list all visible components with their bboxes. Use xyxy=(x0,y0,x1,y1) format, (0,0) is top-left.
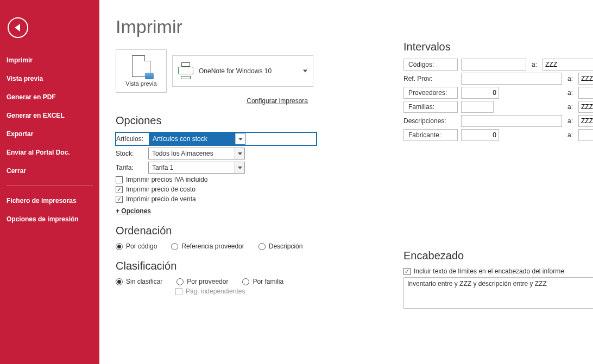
clasificacion-heading: Clasificación xyxy=(116,260,317,272)
page-title: Imprimir xyxy=(116,16,317,37)
back-button[interactable] xyxy=(8,17,28,38)
radio-ref-proveedor[interactable]: Referencia proveedor xyxy=(171,242,244,250)
intervalos-heading: Intervalos xyxy=(403,41,593,53)
sidebar-item-fichero-impresoras[interactable]: Fichero de impresoras xyxy=(0,191,99,210)
stock-select[interactable]: Todos los Almacenes xyxy=(148,148,245,159)
tarifa-label: Tarifa: xyxy=(116,164,148,171)
sidebar-item-generar-excel[interactable]: Generar en EXCEL xyxy=(0,106,99,125)
printer-selector[interactable]: OneNote for Windows 10 xyxy=(172,55,313,87)
proveedores-to-input[interactable] xyxy=(578,87,593,99)
a-label: a: xyxy=(565,103,575,111)
fabricante-label: Fabricante: xyxy=(403,129,458,141)
fabricante-from-input[interactable] xyxy=(461,129,499,141)
checkbox-icon xyxy=(116,176,123,183)
radio-sin-clasificar[interactable]: Sin clasificar xyxy=(116,278,162,285)
encabezado-textarea[interactable]: Inventario entre y ZZZ y descripción ent… xyxy=(403,277,593,309)
chk-venta[interactable]: Imprimir precio de venta xyxy=(116,195,317,203)
fabricante-to-input[interactable] xyxy=(578,129,593,141)
radio-por-familia[interactable]: Por familia xyxy=(242,278,283,285)
chevron-down-icon xyxy=(238,152,242,155)
chevron-down-icon xyxy=(303,70,307,73)
radio-icon xyxy=(116,278,123,285)
refprov-to-input[interactable] xyxy=(578,73,593,85)
a-label: a: xyxy=(565,131,575,139)
sidebar-item-cerrar[interactable]: Cerrar xyxy=(0,162,99,180)
familias-label: Familias: xyxy=(403,101,458,113)
familias-to-input[interactable] xyxy=(578,101,593,113)
refprov-label: Ref. Prov: xyxy=(403,73,458,85)
descripciones-to-input[interactable] xyxy=(578,115,593,127)
radio-por-proveedor[interactable]: Por proveedor xyxy=(176,278,228,285)
magnifier-icon xyxy=(145,73,154,79)
a-label: a: xyxy=(529,61,539,68)
sidebar-item-imprimir[interactable]: Imprimir xyxy=(0,51,99,69)
codigos-label: Códigos: xyxy=(403,59,458,71)
chevron-down-icon xyxy=(238,167,242,169)
preview-button[interactable]: Vista previa xyxy=(116,49,167,93)
descripciones-from-input[interactable] xyxy=(461,115,562,127)
a-label: a: xyxy=(565,117,575,125)
a-label: a: xyxy=(565,75,575,82)
refprov-from-input[interactable] xyxy=(461,73,562,85)
opciones-heading: Opciones xyxy=(116,114,317,127)
checkbox-icon xyxy=(403,268,411,275)
sidebar-item-generar-pdf[interactable]: Generar en PDF xyxy=(0,88,99,106)
radio-por-codigo[interactable]: Por código xyxy=(116,242,157,250)
codigos-from-input[interactable] xyxy=(461,59,526,71)
back-arrow-icon xyxy=(15,24,20,31)
tarifa-select[interactable]: Tarifa 1 xyxy=(148,162,245,174)
articulos-select[interactable]: Artículos con stock xyxy=(149,133,245,145)
preview-label: Vista previa xyxy=(125,80,156,87)
ordenacion-heading: Ordenación xyxy=(116,225,317,237)
codigos-to-input[interactable] xyxy=(542,59,593,71)
radio-icon xyxy=(258,243,266,250)
chk-iva[interactable]: Imprimir precios IVA incluido xyxy=(116,176,317,183)
checkbox-icon xyxy=(175,288,182,295)
stock-label: Stock: xyxy=(116,150,148,157)
radio-icon xyxy=(242,278,249,285)
sidebar-item-exportar[interactable]: Exportar xyxy=(0,125,99,143)
familias-from-input[interactable] xyxy=(461,101,494,113)
sidebar-item-vista-previa[interactable]: Vista previa xyxy=(0,69,99,88)
sidebar-item-opciones-impresion[interactable]: Opciones de impresión xyxy=(0,210,99,228)
chk-pag-independientes: Pág. independientes xyxy=(175,288,317,295)
descripciones-label: Descripciones: xyxy=(403,115,458,127)
configure-printer-link[interactable]: Configurar impresora xyxy=(116,97,308,105)
sidebar-item-portal-doc[interactable]: Enviar al Portal Doc. xyxy=(0,143,99,162)
chevron-down-icon xyxy=(238,138,243,141)
sidebar: Imprimir Vista previa Generar en PDF Gen… xyxy=(0,0,99,364)
proveedores-label: Proveedores: xyxy=(403,87,458,99)
printer-name: OneNote for Windows 10 xyxy=(199,67,272,75)
radio-descripcion[interactable]: Descripción xyxy=(258,242,303,250)
articulos-label: Artículos: xyxy=(116,135,149,143)
printer-icon xyxy=(178,66,193,76)
encabezado-heading: Encabezado xyxy=(403,250,593,262)
checkbox-icon xyxy=(116,186,123,193)
chk-incluir-limites[interactable]: Incluir texto de límites en el encabezad… xyxy=(403,267,593,275)
checkbox-icon xyxy=(116,196,123,203)
chk-costo[interactable]: Imprimir precio de costo xyxy=(116,186,317,193)
radio-icon xyxy=(171,243,178,250)
a-label: a: xyxy=(565,89,575,97)
radio-icon xyxy=(176,278,184,285)
more-options-link[interactable]: + Opciones xyxy=(116,207,151,215)
radio-icon xyxy=(116,243,123,250)
proveedores-from-input[interactable] xyxy=(461,87,499,99)
